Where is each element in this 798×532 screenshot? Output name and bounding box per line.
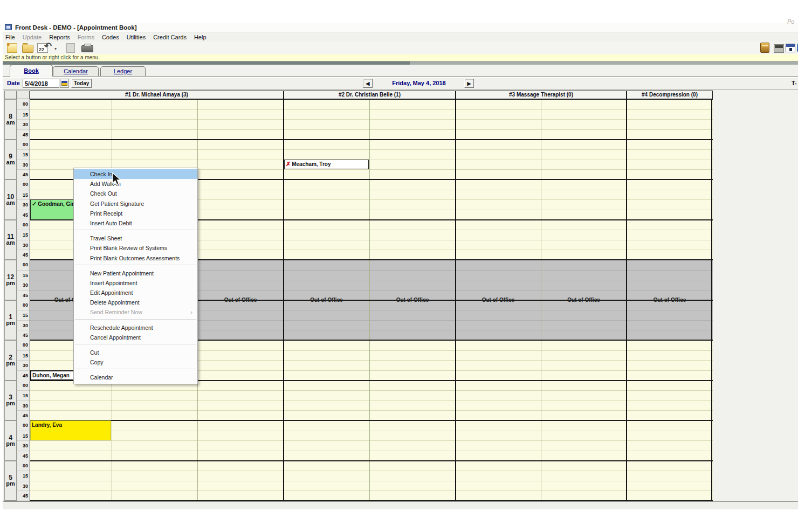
schedule-cell[interactable] [197, 140, 284, 150]
schedule-cell[interactable] [284, 149, 369, 160]
schedule-cell[interactable] [30, 129, 112, 140]
schedule-cell[interactable] [284, 350, 369, 361]
schedule-cell[interactable] [284, 410, 369, 420]
schedule-cell[interactable] [627, 149, 713, 160]
schedule-cell[interactable] [541, 199, 627, 210]
schedule-cell[interactable] [197, 481, 284, 491]
schedule-cell[interactable] [541, 370, 627, 381]
schedule-cell[interactable] [197, 390, 284, 400]
schedule-cell[interactable] [627, 190, 713, 200]
schedule-cell[interactable] [627, 440, 713, 451]
schedule-cell[interactable] [284, 451, 369, 461]
schedule-cell[interactable] [541, 99, 627, 109]
schedule-cell[interactable] [30, 400, 112, 411]
schedule-cell[interactable] [369, 149, 456, 160]
schedule-cell[interactable] [197, 129, 284, 140]
tab-ledger[interactable]: Ledger [100, 66, 146, 77]
schedule-cell[interactable] [456, 381, 541, 391]
schedule-cell[interactable] [456, 149, 541, 160]
schedule-cell[interactable] [369, 340, 456, 350]
schedule-cell[interactable] [627, 350, 713, 361]
schedule-cell[interactable] [284, 99, 369, 109]
column-header-1-dr-michael-amaya-3[interactable]: #1 Dr. Michael Amaya (3) [30, 91, 284, 99]
tab-calendar[interactable]: Calendar [53, 66, 99, 77]
schedule-cell[interactable] [197, 149, 284, 160]
schedule-cell[interactable] [541, 420, 627, 431]
schedule-cell[interactable] [627, 471, 713, 481]
schedule-cell[interactable] [284, 440, 369, 451]
schedule-cell[interactable] [541, 119, 627, 129]
appointment-meacham-troy[interactable]: ✗Meacham, Troy [284, 160, 369, 170]
menu-item-delete-appointment[interactable]: Delete Appointment [74, 298, 197, 307]
schedule-cell[interactable] [369, 360, 456, 370]
schedule-cell[interactable] [197, 370, 284, 381]
schedule-cell[interactable] [30, 119, 112, 129]
schedule-cell[interactable] [197, 490, 284, 501]
schedule-cell[interactable] [541, 179, 627, 190]
schedule-cell[interactable] [456, 390, 541, 400]
schedule-cell[interactable] [456, 140, 541, 150]
schedule-cell[interactable] [284, 431, 369, 441]
schedule-cell[interactable] [456, 129, 541, 140]
schedule-cell[interactable] [456, 370, 541, 381]
schedule-cell[interactable] [197, 381, 284, 391]
menu-item-cancel-appointment[interactable]: Cancel Appointment [74, 333, 197, 342]
schedule-cell[interactable] [30, 481, 112, 491]
schedule-cell[interactable] [456, 190, 541, 200]
schedule-cell[interactable] [284, 240, 369, 250]
schedule-cell[interactable] [627, 210, 713, 220]
schedule-cell[interactable] [627, 340, 713, 350]
schedule-cell[interactable] [369, 410, 456, 420]
schedule-cell[interactable] [541, 360, 627, 370]
schedule-cell[interactable] [541, 230, 627, 240]
schedule-cell[interactable] [284, 381, 369, 391]
schedule-cell[interactable] [627, 400, 713, 411]
new-appointment-icon[interactable]: ✦ [7, 43, 17, 53]
schedule-cell[interactable] [30, 440, 112, 451]
schedule-cell[interactable] [112, 119, 197, 129]
schedule-cell[interactable] [30, 490, 112, 501]
schedule-cell[interactable] [30, 99, 112, 109]
schedule-cell[interactable] [112, 490, 197, 501]
schedule-cell[interactable] [456, 350, 541, 361]
schedule-cell[interactable] [541, 381, 627, 391]
schedule-cell[interactable] [456, 240, 541, 250]
schedule-cell[interactable] [627, 461, 713, 471]
schedule-cell[interactable] [456, 230, 541, 240]
schedule-cell[interactable] [627, 140, 713, 150]
schedule-cell[interactable] [284, 109, 369, 120]
schedule-cell[interactable] [627, 360, 713, 370]
schedule-cell[interactable] [197, 360, 284, 370]
schedule-cell[interactable] [369, 471, 456, 481]
schedule-cell[interactable] [197, 410, 284, 420]
schedule-cell[interactable] [627, 490, 713, 501]
menu-item-print-blank-review-of-systems[interactable]: Print Blank Review of Systems [74, 243, 197, 253]
menu-item-copy[interactable]: Copy [74, 357, 197, 367]
schedule-cell[interactable] [112, 461, 197, 471]
schedule-cell[interactable] [284, 190, 369, 200]
schedule-cell[interactable] [369, 451, 456, 461]
menu-item-print-blank-outcomes-assessments[interactable]: Print Blank Outcomes Assessments [74, 253, 197, 263]
appointment-landry-eva[interactable]: Landry, Eva [30, 420, 111, 440]
schedule-cell[interactable] [284, 220, 369, 230]
schedule-cell[interactable] [369, 481, 456, 491]
schedule-cell[interactable] [284, 250, 369, 260]
schedule-cell[interactable] [369, 179, 456, 190]
schedule-cell[interactable] [369, 199, 456, 210]
date-input[interactable] [23, 79, 59, 88]
schedule-cell[interactable] [369, 119, 456, 129]
schedule-cell[interactable] [284, 210, 369, 220]
schedule-cell[interactable] [627, 451, 713, 461]
menu-item-insert-appointment[interactable]: Insert Appointment [74, 278, 197, 288]
schedule-cell[interactable] [112, 481, 197, 491]
menu-item-travel-sheet[interactable]: Travel Sheet [74, 233, 197, 243]
schedule-cell[interactable] [541, 400, 627, 411]
schedule-cell[interactable] [369, 210, 456, 220]
schedule-cell[interactable] [627, 370, 713, 381]
schedule-cell[interactable] [197, 230, 284, 240]
schedule-cell[interactable] [456, 490, 541, 501]
menu-item-get-patient-signature[interactable]: Get Patient Signature [74, 199, 197, 209]
schedule-cell[interactable] [284, 370, 369, 381]
menu-item-send-reminder-now[interactable]: Send Reminder Now› [74, 307, 197, 317]
menu-item-add-walk-in[interactable]: Add Walk-In [74, 179, 197, 189]
